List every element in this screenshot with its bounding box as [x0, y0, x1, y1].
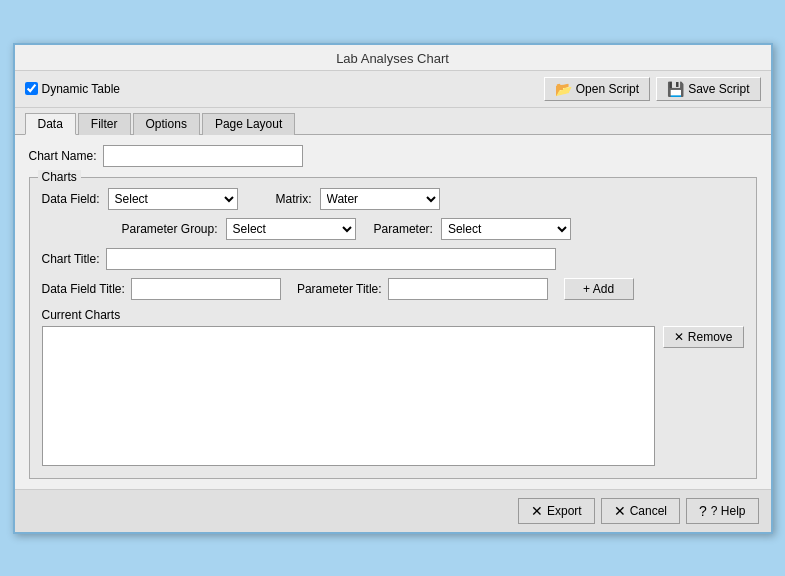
dynamic-table-checkbox-label[interactable]: Dynamic Table — [25, 82, 120, 96]
data-field-title-input[interactable] — [131, 278, 281, 300]
matrix-select[interactable]: Water — [320, 188, 440, 210]
parameter-title-label: Parameter Title: — [297, 282, 382, 296]
data-field-title-label: Data Field Title: — [42, 282, 125, 296]
tab-options[interactable]: Options — [133, 113, 200, 135]
current-charts-list[interactable] — [42, 326, 656, 466]
tab-page-layout[interactable]: Page Layout — [202, 113, 295, 135]
dynamic-table-checkbox[interactable] — [25, 82, 38, 95]
parameter-label: Parameter: — [374, 222, 433, 236]
save-script-icon: 💾 — [667, 81, 684, 97]
chart-name-row: Chart Name: — [29, 145, 757, 167]
toolbar: Dynamic Table 📂 Open Script 💾 Save Scrip… — [15, 71, 771, 108]
open-script-label: Open Script — [576, 82, 639, 96]
title-bar: Lab Analyses Chart — [15, 45, 771, 71]
charts-group: Charts Data Field: Select Matrix: Water … — [29, 177, 757, 479]
save-script-label: Save Script — [688, 82, 749, 96]
data-field-label: Data Field: — [42, 192, 100, 206]
footer: ✕ Export ✕ Cancel ? ? Help — [15, 489, 771, 532]
data-field-select[interactable]: Select — [108, 188, 238, 210]
current-charts-section: Current Charts ✕ Remove — [42, 308, 744, 466]
tab-filter[interactable]: Filter — [78, 113, 131, 135]
tabs-bar: Data Filter Options Page Layout — [15, 108, 771, 135]
dynamic-table-label: Dynamic Table — [42, 82, 120, 96]
open-script-icon: 📂 — [555, 81, 572, 97]
tab-data[interactable]: Data — [25, 113, 76, 135]
add-button-label: + Add — [583, 282, 614, 296]
open-script-button[interactable]: 📂 Open Script — [544, 77, 650, 101]
export-icon: ✕ — [531, 503, 543, 519]
parameter-group-label: Parameter Group: — [122, 222, 218, 236]
cancel-button[interactable]: ✕ Cancel — [601, 498, 680, 524]
help-icon: ? — [699, 503, 707, 519]
charts-group-legend: Charts — [38, 170, 81, 184]
cancel-icon: ✕ — [614, 503, 626, 519]
save-script-button[interactable]: 💾 Save Script — [656, 77, 760, 101]
side-buttons: ✕ Remove — [663, 326, 743, 466]
parameter-title-input[interactable] — [388, 278, 548, 300]
export-label: Export — [547, 504, 582, 518]
titles-row: Data Field Title: Parameter Title: + Add — [42, 278, 744, 300]
remove-button[interactable]: ✕ Remove — [663, 326, 743, 348]
cancel-label: Cancel — [630, 504, 667, 518]
matrix-label: Matrix: — [276, 192, 312, 206]
export-button[interactable]: ✕ Export — [518, 498, 595, 524]
dialog-title: Lab Analyses Chart — [336, 51, 449, 66]
help-label: ? Help — [711, 504, 746, 518]
parameter-group-select[interactable]: Select — [226, 218, 356, 240]
add-button[interactable]: + Add — [564, 278, 634, 300]
chart-title-input[interactable] — [106, 248, 556, 270]
chart-title-label: Chart Title: — [42, 252, 100, 266]
current-charts-label: Current Charts — [42, 308, 744, 322]
parameter-group-row: Parameter Group: Select Parameter: Selec… — [42, 218, 744, 240]
main-content: Chart Name: Charts Data Field: Select Ma… — [15, 135, 771, 489]
chart-name-input[interactable] — [103, 145, 303, 167]
help-button[interactable]: ? ? Help — [686, 498, 758, 524]
dialog: Lab Analyses Chart Dynamic Table 📂 Open … — [13, 43, 773, 534]
parameter-select[interactable]: Select — [441, 218, 571, 240]
current-charts-area: ✕ Remove — [42, 326, 744, 466]
remove-button-label: ✕ Remove — [674, 330, 732, 344]
data-field-matrix-row: Data Field: Select Matrix: Water — [42, 188, 744, 210]
chart-title-row: Chart Title: — [42, 248, 744, 270]
chart-name-label: Chart Name: — [29, 149, 97, 163]
